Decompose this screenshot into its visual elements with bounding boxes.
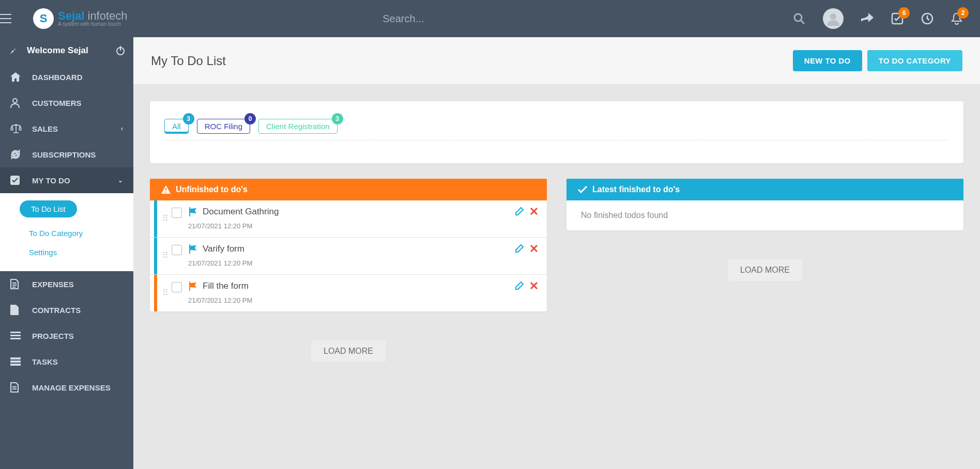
todo-time: 21/07/2021 12:20 PM — [188, 259, 515, 267]
todo-category-button[interactable]: TO DO CATEGORY — [867, 50, 962, 71]
brand-logo[interactable]: S Sejal infotech A system with human tou… — [33, 8, 128, 29]
sidebar-subnav: To Do List To Do Category Settings — [0, 193, 133, 271]
file-icon — [10, 305, 22, 315]
new-todo-button[interactable]: NEW TO DO — [793, 50, 862, 71]
delete-icon[interactable] — [530, 208, 538, 215]
sidebar-item-subscriptions[interactable]: SUBSCRIPTIONS — [0, 142, 133, 167]
user-icon — [10, 98, 22, 108]
svg-rect-15 — [165, 188, 166, 191]
finished-header: Latest finished to do's — [566, 179, 963, 200]
delete-icon[interactable] — [530, 282, 538, 289]
brand-badge-icon: S — [33, 8, 54, 29]
drag-handle-icon[interactable]: ⠿ — [162, 251, 167, 260]
sidebar-item-dashboard[interactable]: DASHBOARD — [0, 64, 133, 90]
subnav-settings[interactable]: Settings — [0, 243, 133, 262]
edit-icon[interactable] — [515, 207, 524, 216]
search-input[interactable] — [382, 13, 538, 25]
priority-stripe — [154, 200, 157, 237]
todo-checkbox[interactable] — [172, 282, 182, 292]
sidebar-item-contracts[interactable]: CONTRACTS — [0, 297, 133, 323]
filter-tab-label: ROC Filing — [205, 122, 242, 131]
sidebar-item-sales[interactable]: SALES ‹ — [0, 116, 133, 142]
todo-list: ⠿Document Gathring21/07/2021 12:20 PM⠿Va… — [150, 200, 547, 311]
document-icon — [10, 279, 22, 289]
sidebar-item-projects[interactable]: PROJECTS — [0, 323, 133, 349]
delete-icon[interactable] — [530, 245, 538, 252]
sidebar-item-label: CUSTOMERS — [32, 99, 82, 107]
drag-handle-icon[interactable]: ⠿ — [162, 213, 167, 223]
power-icon[interactable] — [116, 46, 125, 55]
brand-tagline: A system with human touch — [58, 22, 128, 27]
sidebar-item-label: EXPENSES — [32, 280, 74, 289]
filter-tab-roc[interactable]: ROC Filing 0 — [197, 119, 250, 134]
sidebar-item-label: SUBSCRIPTIONS — [32, 150, 96, 159]
subnav-todo-list[interactable]: To Do List — [20, 200, 77, 217]
list-icon — [10, 332, 22, 340]
document-icon — [10, 382, 22, 393]
filter-tab-count: 3 — [332, 113, 343, 124]
sidebar-item-mytodo[interactable]: MY TO DO ⌄ — [0, 167, 133, 193]
brand-name-2: infotech — [88, 9, 128, 22]
subnav-todo-category[interactable]: To Do Category — [0, 224, 133, 243]
filter-tab-label: Client Registration — [266, 122, 330, 131]
sidebar-item-expenses[interactable]: EXPENSES — [0, 271, 133, 297]
todo-title: Document Gathring — [203, 207, 515, 217]
filter-tab-client[interactable]: Client Registration 3 — [258, 119, 338, 134]
svg-line-1 — [801, 20, 804, 24]
sidebar-item-label: MY TO DO — [32, 176, 70, 185]
welcome-text: Welcome Sejal — [27, 45, 88, 56]
edit-icon[interactable] — [515, 281, 524, 290]
filter-tab-all[interactable]: All 3 — [164, 119, 189, 134]
sidebar-item-customers[interactable]: CUSTOMERS — [0, 90, 133, 116]
loadmore-button[interactable]: LOAD MORE — [728, 259, 802, 281]
svg-rect-12 — [10, 357, 21, 359]
page-title: My To Do List — [151, 54, 226, 68]
clock-icon[interactable] — [921, 12, 933, 25]
sidebar-item-tasks[interactable]: TASKS — [0, 349, 133, 374]
share-icon[interactable] — [861, 13, 874, 24]
todo-checkbox[interactable] — [172, 208, 182, 218]
unfinished-header: Unfinished to do's — [150, 179, 547, 200]
flag-icon — [188, 244, 197, 254]
loadmore-button[interactable]: LOAD MORE — [311, 340, 386, 362]
topbar-actions: 6 2 — [793, 8, 980, 29]
svg-rect-16 — [165, 192, 166, 193]
search-icon[interactable] — [793, 12, 805, 25]
filter-tab-count: 0 — [244, 113, 256, 124]
flag-icon — [188, 282, 197, 291]
svg-rect-10 — [10, 335, 21, 336]
tasks-icon — [10, 357, 22, 366]
welcome-bar: Welcome Sejal — [0, 37, 133, 64]
drag-handle-icon[interactable]: ⠿ — [162, 288, 167, 298]
sidebar-item-label: SALES — [32, 124, 58, 133]
svg-point-2 — [830, 13, 836, 20]
bell-icon[interactable]: 2 — [951, 12, 962, 25]
main: My To Do List NEW TO DO TO DO CATEGORY A… — [133, 37, 980, 469]
sidebar-item-label: CONTRACTS — [32, 306, 81, 315]
avatar[interactable] — [823, 8, 844, 29]
sidebar-item-label: TASKS — [32, 357, 58, 366]
filter-tabs: All 3 ROC Filing 0 Client Registration 3 — [164, 119, 949, 140]
checkbox-icon — [10, 176, 22, 185]
menu-toggle-icon[interactable] — [0, 14, 31, 23]
todo-time: 21/07/2021 12:20 PM — [188, 296, 515, 304]
scale-icon — [10, 124, 22, 133]
todo-time: 21/07/2021 12:20 PM — [188, 222, 515, 230]
sidebar-item-label: MANAGE EXPENSES — [32, 383, 111, 392]
edit-icon[interactable] — [515, 244, 524, 253]
todo-title: Varify form — [203, 244, 515, 254]
svg-point-0 — [794, 14, 802, 21]
svg-point-7 — [13, 99, 17, 103]
chevron-down-icon: ⌄ — [118, 177, 123, 184]
panel-title: Unfinished to do's — [176, 185, 248, 194]
todo-title: Fill the form — [203, 281, 515, 291]
filter-card: All 3 ROC Filing 0 Client Registration 3 — [150, 101, 963, 163]
todo-checkbox[interactable] — [172, 245, 182, 255]
check-icon[interactable]: 6 — [891, 12, 904, 25]
sidebar-item-label: PROJECTS — [32, 332, 74, 340]
filter-tab-label: All — [172, 122, 181, 131]
todo-item: ⠿Varify form21/07/2021 12:20 PM — [150, 237, 547, 274]
check-icon — [578, 186, 587, 193]
header-actions: NEW TO DO TO DO CATEGORY — [793, 50, 962, 71]
sidebar-item-manage-expenses[interactable]: MANAGE EXPENSES — [0, 374, 133, 400]
